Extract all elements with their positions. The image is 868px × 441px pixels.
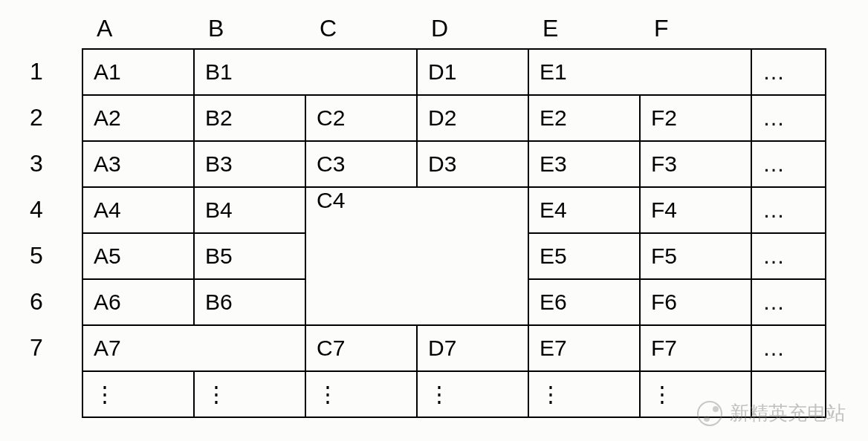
cell-row2-more: …	[751, 95, 826, 141]
cell-F4: F4	[640, 187, 751, 233]
cell-row5-more: …	[751, 233, 826, 279]
cell-D7: D7	[417, 325, 528, 371]
cell-B1: B1	[194, 49, 417, 95]
col-header-E: E	[528, 15, 639, 42]
table-row: A3 B3 C3 D3 E3 F3 …	[82, 141, 826, 187]
cell-D2: D2	[417, 95, 528, 141]
data-grid: A1 B1 D1 E1 … A2 B2 C2 D2 E2 F2 … A3 B3 …	[82, 48, 826, 418]
cell-colC-more: ⋮	[305, 371, 417, 417]
cell-E5: E5	[528, 233, 640, 279]
cell-row4-more: …	[751, 187, 826, 233]
cell-A6: A6	[82, 279, 194, 325]
cell-colD-more: ⋮	[417, 371, 528, 417]
table-row: A4 B4 C4 E4 F4 …	[82, 187, 826, 233]
table-row: A2 B2 C2 D2 E2 F2 …	[82, 95, 826, 141]
cell-colA-more: ⋮	[82, 371, 194, 417]
cell-D1: D1	[417, 49, 528, 95]
row-header-1: 1	[15, 48, 82, 94]
cell-A4: A4	[82, 187, 194, 233]
cell-E2: E2	[528, 95, 640, 141]
watermark-text: 新精英充电站	[730, 400, 846, 426]
cell-C3: C3	[305, 141, 417, 187]
row-headers-column: 1 2 3 4 5 6 7	[15, 48, 82, 418]
cell-row3-more: …	[751, 141, 826, 187]
cell-A1: A1	[82, 49, 194, 95]
cell-B6: B6	[194, 279, 305, 325]
row-header-3: 3	[15, 140, 82, 186]
cell-colB-more: ⋮	[194, 371, 305, 417]
row-header-7: 7	[15, 324, 82, 370]
cell-B2: B2	[194, 95, 305, 141]
cell-row6-more: …	[751, 279, 826, 325]
cell-A7: A7	[82, 325, 305, 371]
row-header-6: 6	[15, 278, 82, 324]
cell-B4: B4	[194, 187, 305, 233]
col-header-D: D	[416, 15, 528, 42]
watermark: 新精英充电站	[697, 400, 846, 426]
cell-A5: A5	[82, 233, 194, 279]
cell-row7-more: …	[751, 325, 826, 371]
cell-colE-more: ⋮	[528, 371, 640, 417]
cell-E1: E1	[528, 49, 751, 95]
cell-F7: F7	[640, 325, 751, 371]
cell-A2: A2	[82, 95, 194, 141]
row-header-4: 4	[15, 186, 82, 232]
wechat-icon	[697, 401, 722, 426]
cell-F2: F2	[640, 95, 751, 141]
col-header-B: B	[193, 15, 305, 42]
col-header-C: C	[305, 15, 416, 42]
cell-E3: E3	[528, 141, 640, 187]
table-row: A1 B1 D1 E1 …	[82, 49, 826, 95]
table-row: A7 C7 D7 E7 F7 …	[82, 325, 826, 371]
row-header-2: 2	[15, 94, 82, 140]
cell-F6: F6	[640, 279, 751, 325]
cell-C2: C2	[305, 95, 417, 141]
cell-E4: E4	[528, 187, 640, 233]
cell-C4: C4	[305, 187, 528, 325]
cell-row1-more: …	[751, 49, 826, 95]
cell-A3: A3	[82, 141, 194, 187]
cell-C7: C7	[305, 325, 417, 371]
col-header-A: A	[82, 15, 193, 42]
cell-B3: B3	[194, 141, 305, 187]
cell-F5: F5	[640, 233, 751, 279]
col-header-F: F	[639, 15, 751, 42]
cell-E6: E6	[528, 279, 640, 325]
cell-E7: E7	[528, 325, 640, 371]
cell-F3: F3	[640, 141, 751, 187]
cell-B5: B5	[194, 233, 305, 279]
cell-D3: D3	[417, 141, 528, 187]
row-header-5: 5	[15, 232, 82, 278]
column-headers-row: A B C D E F	[82, 15, 826, 42]
